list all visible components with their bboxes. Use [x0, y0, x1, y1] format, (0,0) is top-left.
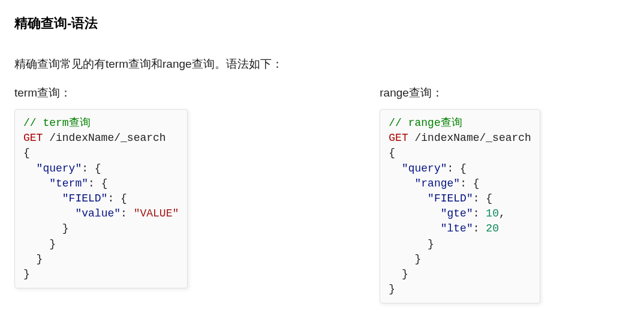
left-column: term查询： // term查询 GET /indexName/_search… — [14, 85, 188, 303]
code-comment: // range查询 — [389, 117, 462, 129]
code-path: /indexName/_search — [43, 132, 165, 144]
code-number-lte: 20 — [486, 222, 499, 234]
range-code-block: // range查询 GET /indexName/_search { "que… — [380, 109, 540, 303]
term-query-label: term查询： — [14, 85, 188, 101]
code-punct: : { — [82, 162, 101, 174]
code-indent — [23, 207, 75, 219]
code-path: /indexName/_search — [408, 132, 531, 144]
code-brace: } — [389, 268, 408, 280]
code-punct: : { — [107, 192, 127, 204]
code-indent — [389, 162, 402, 174]
code-key-field: "FIELD" — [428, 192, 473, 204]
code-brace: } — [23, 222, 69, 234]
code-key-term: "term" — [49, 177, 88, 189]
code-key-lte: "lte" — [441, 222, 473, 234]
code-indent — [23, 177, 49, 189]
code-punct: : { — [447, 162, 467, 174]
code-brace: } — [389, 238, 434, 250]
code-indent — [389, 222, 440, 234]
code-key-field: "FIELD" — [62, 192, 108, 204]
code-key-range: "range" — [415, 177, 461, 189]
range-query-label: range查询： — [380, 85, 540, 101]
code-indent — [389, 207, 440, 219]
code-indent — [23, 192, 62, 204]
code-punct: : { — [88, 177, 107, 189]
code-punct: : — [473, 207, 486, 219]
code-brace: } — [389, 283, 395, 295]
code-indent — [23, 162, 37, 174]
code-punct: : { — [460, 177, 479, 189]
code-brace: } — [389, 253, 421, 265]
code-string-value: "VALUE" — [134, 207, 179, 219]
code-punct: : — [473, 222, 486, 234]
columns: term查询： // term查询 GET /indexName/_search… — [14, 85, 630, 303]
code-brace: } — [23, 268, 30, 280]
code-indent — [389, 192, 428, 204]
code-brace: } — [23, 238, 56, 250]
term-code-block: // term查询 GET /indexName/_search { "quer… — [14, 109, 188, 288]
code-number-gte: 10 — [486, 207, 499, 219]
code-punct: : { — [473, 192, 492, 204]
code-brace: } — [23, 253, 43, 265]
page-heading: 精确查询-语法 — [14, 14, 630, 32]
code-punct: : — [121, 207, 134, 219]
code-key-gte: "gte" — [441, 207, 473, 219]
right-column: range查询： // range查询 GET /indexName/_sear… — [380, 85, 540, 303]
code-method: GET — [389, 132, 408, 144]
code-indent — [389, 177, 414, 189]
code-key-query: "query" — [37, 162, 82, 174]
code-comment: // term查询 — [23, 117, 91, 129]
intro-text: 精确查询常见的有term查询和range查询。语法如下： — [14, 56, 630, 72]
code-key-query: "query" — [402, 162, 447, 174]
code-brace: { — [389, 147, 395, 159]
code-brace: { — [23, 147, 30, 159]
code-key-value: "value" — [75, 207, 121, 219]
code-method: GET — [23, 132, 43, 144]
code-punct: , — [499, 207, 505, 219]
